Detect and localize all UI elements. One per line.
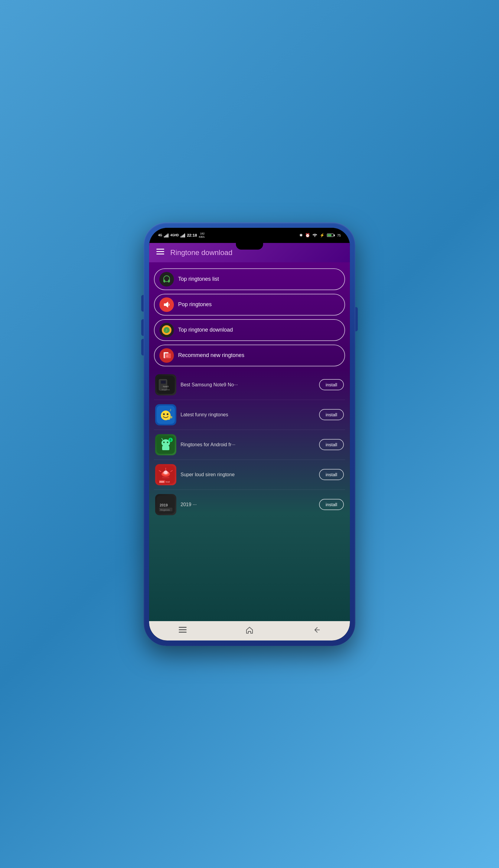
app-screen: Ringtone download: [149, 243, 350, 640]
list-item: ♪ Latest funny ringtones install: [154, 400, 345, 430]
svg-text:♪: ♪: [165, 327, 168, 333]
svg-rect-53: [179, 632, 186, 632]
wifi-icon: [313, 233, 317, 238]
svg-text:Ringtones: Ringtones: [160, 509, 170, 511]
svg-point-23: [167, 417, 170, 420]
app-icon-funny: ♪: [155, 404, 176, 425]
battery-indicator: [327, 233, 335, 237]
nav-menu-icon[interactable]: [173, 626, 193, 636]
list-item: 2019 Ringtones 2019 ··· install: [154, 490, 345, 516]
battery-percent: 75: [337, 233, 341, 237]
status-right: ✱ ⏰ ⚡: [300, 233, 341, 238]
install-button-partial[interactable]: install: [319, 499, 344, 510]
svg-text:$: $: [170, 438, 171, 442]
list-item: $ Ringtones for Android fr··· install: [154, 430, 345, 460]
install-button-siren[interactable]: install: [319, 469, 344, 480]
svg-text:2020: 2020: [159, 481, 164, 483]
install-button-funny[interactable]: install: [319, 409, 344, 420]
svg-rect-2: [156, 251, 164, 252]
time-display: 22:18: [187, 233, 197, 238]
app-icon-partial: 2019 Ringtones: [155, 494, 176, 515]
svg-rect-5: [163, 279, 165, 281]
top-ringtones-list-button[interactable]: Top ringtones list: [154, 268, 345, 290]
phone-frame: 4G 4GHD: [144, 222, 355, 646]
network-4ghd: 4GHD: [170, 233, 179, 237]
svg-rect-51: [179, 627, 186, 628]
svg-text:♪: ♪: [169, 407, 171, 412]
app-title: Ringtone download: [170, 249, 233, 257]
lightning-icon: ⚡: [320, 233, 325, 238]
nav-home-icon[interactable]: [240, 625, 259, 637]
svg-text:Ringtones: Ringtones: [161, 389, 170, 390]
bottom-navigation: [149, 621, 350, 640]
data-speed: 182 KB/s: [199, 232, 205, 239]
svg-point-20: [163, 413, 165, 415]
list-item: Note9 Ringtones Best Samsung Note9 No···…: [154, 370, 345, 400]
music-note-icon: ♪: [159, 323, 174, 337]
svg-text:♫: ♫: [166, 354, 169, 358]
top-ringtones-list-label: Top ringtones list: [178, 276, 219, 282]
recommend-new-ringtones-label: Recommend new ringtones: [178, 352, 244, 359]
install-button-note9[interactable]: install: [319, 379, 344, 390]
hamburger-menu-icon[interactable]: [156, 249, 164, 256]
svg-rect-1: [156, 249, 164, 250]
network-4g: 4G: [158, 233, 162, 237]
bluetooth-icon: ✱: [300, 233, 303, 238]
app-icon-note9: Note9 Ringtones: [155, 374, 176, 395]
signal-bars-2: [181, 233, 185, 238]
alarm-icon: ⏰: [305, 233, 310, 238]
svg-point-28: [167, 442, 169, 443]
signal-bars-1: [164, 233, 169, 238]
svg-rect-3: [156, 254, 164, 254]
app-name-funny: Latest funny ringtones: [181, 412, 315, 418]
headphones-icon: [159, 272, 174, 287]
app-list: Note9 Ringtones Best Samsung Note9 No···…: [154, 370, 345, 516]
svg-rect-6: [168, 279, 170, 281]
svg-point-39: [164, 470, 168, 474]
svg-rect-43: [162, 477, 169, 478]
app-name-siren: Super loud siren ringtone: [181, 472, 315, 478]
svg-rect-52: [179, 629, 186, 630]
app-icon-android: $: [155, 434, 176, 455]
phone-screen: 4G 4GHD: [149, 228, 350, 640]
svg-rect-33: [163, 445, 169, 450]
top-ringtone-download-label: Top ringtone download: [178, 327, 233, 333]
list-item: 2020 loud Super loud siren ringtone inst…: [154, 460, 345, 490]
screen-content: 4G 4GHD: [149, 228, 350, 640]
svg-point-0: [314, 236, 315, 237]
svg-point-21: [167, 413, 169, 415]
svg-point-27: [163, 442, 165, 443]
top-ringtone-download-button[interactable]: ♪ Top ringtone download: [154, 319, 345, 341]
nav-back-icon[interactable]: [306, 626, 326, 636]
install-button-android[interactable]: install: [319, 439, 344, 450]
svg-point-24: [170, 416, 172, 419]
phone-notch: [236, 243, 263, 250]
status-bar: 4G 4GHD: [149, 228, 350, 243]
pop-ringtones-label: Pop ringtones: [178, 301, 212, 308]
svg-text:2019: 2019: [160, 503, 168, 507]
svg-text:loud: loud: [166, 481, 170, 483]
main-content: Top ringtones list Pop ringtones: [149, 262, 350, 621]
svg-text:Note9: Note9: [163, 385, 169, 388]
app-icon-siren: 2020 loud: [155, 464, 176, 485]
app-name-partial: 2019 ···: [181, 502, 315, 507]
pop-ringtones-button[interactable]: Pop ringtones: [154, 294, 345, 315]
status-left: 4G 4GHD: [158, 232, 205, 239]
recommend-new-ringtones-button[interactable]: ♫ Recommend new ringtones: [154, 345, 345, 366]
speaker-icon: [159, 298, 174, 312]
app-name-note9: Best Samsung Note9 No···: [181, 382, 315, 388]
svg-rect-15: [161, 381, 166, 384]
music-file-icon: ♫: [159, 348, 174, 363]
svg-rect-54: [315, 630, 320, 630]
app-name-android: Ringtones for Android fr···: [181, 442, 315, 447]
